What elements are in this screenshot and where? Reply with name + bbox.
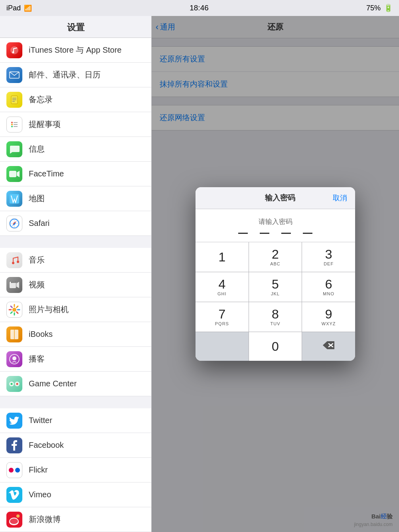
numpad-letters-3: DEF xyxy=(324,261,334,266)
numpad-digit-4: 4 xyxy=(218,278,225,291)
facetime-icon xyxy=(6,166,22,182)
numpad-key-1-0[interactable]: 4GHI xyxy=(196,272,249,302)
svg-point-46 xyxy=(11,383,13,385)
numpad-letters-9: WXYZ xyxy=(322,321,336,326)
sidebar-item-photos[interactable]: 照片与相机 xyxy=(0,297,151,322)
sidebar-label-videos: 视频 xyxy=(29,279,45,290)
passcode-dash-3 xyxy=(281,233,291,234)
maps-icon xyxy=(6,191,22,207)
sidebar-label-twitter: Twitter xyxy=(29,416,52,425)
svg-line-36 xyxy=(11,306,12,308)
weibo-icon xyxy=(6,512,22,528)
flickr-icon xyxy=(6,462,22,478)
numpad-letters-6: MNO xyxy=(323,291,334,296)
sidebar-item-mail[interactable]: 邮件、通讯录、日历 xyxy=(0,63,151,87)
messages-icon xyxy=(6,141,22,157)
passcode-title: 输入密码 xyxy=(227,193,333,203)
numpad-letters-8: TUV xyxy=(271,321,280,326)
svg-point-1 xyxy=(12,51,14,53)
numpad-key-0-2[interactable]: 3DEF xyxy=(302,242,355,272)
passcode-dash-4 xyxy=(303,233,312,234)
numpad-digit-6: 6 xyxy=(325,278,332,291)
sidebar-item-vimeo[interactable]: Vimeo xyxy=(0,483,151,507)
sidebar-item-weibo[interactable]: 新浪微博 xyxy=(0,507,151,532)
sidebar-item-safari[interactable]: Safari xyxy=(0,211,151,236)
sidebar-item-flickr[interactable]: Flickr xyxy=(0,458,151,483)
sidebar-item-facetime[interactable]: FaceTime xyxy=(0,162,151,186)
passcode-dialog: 输入密码 取消 请输入密码 12ABC3DEF4GHI5JKL6MNO7PQRS… xyxy=(196,187,355,361)
sidebar-label-itunes: iTunes Store 与 App Store xyxy=(29,45,122,55)
svg-line-38 xyxy=(17,306,18,308)
sidebar-item-gamecenter[interactable]: Game Center xyxy=(0,372,151,396)
passcode-dash-1 xyxy=(238,233,248,234)
sidebar-label-facetime: FaceTime xyxy=(29,169,64,178)
sidebar-item-music[interactable]: 音乐 xyxy=(0,248,151,273)
numpad-row-0: 12ABC3DEF xyxy=(196,242,355,272)
numpad-key-2-2[interactable]: 9WXYZ xyxy=(302,302,355,332)
sidebar-label-music: 音乐 xyxy=(29,255,45,265)
numpad-key-3-1[interactable]: 0 xyxy=(249,332,302,361)
numpad-digit-2: 2 xyxy=(272,248,279,261)
numpad-row-2: 7PQRS8TUV9WXYZ xyxy=(196,302,355,332)
svg-point-43 xyxy=(12,356,16,360)
passcode-dots xyxy=(203,233,347,234)
svg-point-23 xyxy=(17,261,19,263)
numpad-row-3: 0 xyxy=(196,332,355,361)
sidebar-gap-2 xyxy=(0,396,151,408)
numpad-key-1-1[interactable]: 5JKL xyxy=(249,272,302,302)
facebook-icon xyxy=(6,437,22,453)
battery-percent: 75% xyxy=(366,4,381,12)
right-panel: ‹ 通用 还原 还原所有设置 抹掉所有内容和设置 还原网络设置 输入密码 取消 xyxy=(152,16,399,532)
numpad-key-1-2[interactable]: 6MNO xyxy=(302,272,355,302)
sidebar-section-3: Twitter Facebook Flickr Vimeo xyxy=(0,408,151,532)
sidebar-item-messages[interactable]: 信息 xyxy=(0,137,151,162)
numpad-key-3-0 xyxy=(196,332,249,361)
sidebar-item-itunes[interactable]: iTunes Store 与 App Store xyxy=(0,38,151,63)
sidebar-item-reminders[interactable]: 提醒事项 xyxy=(0,112,151,137)
svg-point-9 xyxy=(11,124,13,125)
notes-icon xyxy=(6,92,22,108)
sidebar-label-notes: 备忘录 xyxy=(29,94,53,105)
passcode-cancel-button[interactable]: 取消 xyxy=(333,193,347,203)
svg-point-49 xyxy=(15,468,20,473)
numpad: 12ABC3DEF4GHI5JKL6MNO7PQRS8TUV9WXYZ0 xyxy=(196,242,355,361)
sidebar-item-ibooks[interactable]: iBooks xyxy=(0,322,151,347)
sidebar-label-gamecenter: Game Center xyxy=(29,379,77,388)
sidebar-item-notes[interactable]: 备忘录 xyxy=(0,87,151,112)
svg-line-39 xyxy=(11,312,12,313)
numpad-letters-4: GHI xyxy=(217,291,227,296)
numpad-digit-5: 5 xyxy=(272,278,279,291)
main-layout: 设置 iTunes Store 与 App Store 邮件、通讯录、日历 备忘… xyxy=(0,16,399,532)
numpad-letters-5: JKL xyxy=(271,291,280,296)
sidebar: 设置 iTunes Store 与 App Store 邮件、通讯录、日历 备忘… xyxy=(0,16,152,532)
svg-point-7 xyxy=(11,122,13,123)
status-bar: iPad 📶 18:46 75% 🔋 xyxy=(0,0,399,16)
numpad-row-1: 4GHI5JKL6MNO xyxy=(196,272,355,302)
podcasts-icon xyxy=(6,351,22,367)
overlay: 输入密码 取消 请输入密码 12ABC3DEF4GHI5JKL6MNO7PQRS… xyxy=(152,16,399,532)
svg-rect-13 xyxy=(9,171,16,177)
numpad-key-0-0[interactable]: 1 xyxy=(196,242,249,272)
svg-point-11 xyxy=(11,126,13,127)
numpad-letters-7: PQRS xyxy=(215,321,229,326)
sidebar-label-photos: 照片与相机 xyxy=(29,304,69,315)
numpad-digit-9: 9 xyxy=(325,308,332,320)
passcode-prompt-area: 请输入密码 xyxy=(196,209,355,242)
status-time: 18:46 xyxy=(190,4,209,12)
numpad-digit-0: 0 xyxy=(272,340,279,353)
sidebar-item-twitter[interactable]: Twitter xyxy=(0,408,151,433)
sidebar-item-podcasts[interactable]: 播客 xyxy=(0,347,151,372)
svg-line-37 xyxy=(17,312,18,313)
sidebar-gap-1 xyxy=(0,236,151,248)
numpad-key-2-0[interactable]: 7PQRS xyxy=(196,302,249,332)
sidebar-item-maps[interactable]: 地图 xyxy=(0,186,151,211)
ibooks-icon xyxy=(6,326,22,342)
sidebar-label-podcasts: 播客 xyxy=(29,354,45,364)
sidebar-item-videos[interactable]: 视频 xyxy=(0,273,151,297)
numpad-key-2-1[interactable]: 8TUV xyxy=(249,302,302,332)
passcode-prompt-text: 请输入密码 xyxy=(203,217,347,226)
numpad-key-0-1[interactable]: 2ABC xyxy=(249,242,302,272)
sidebar-item-facebook[interactable]: Facebook xyxy=(0,433,151,458)
numpad-key-3-2[interactable] xyxy=(302,332,355,361)
status-right: 75% 🔋 xyxy=(366,4,393,12)
